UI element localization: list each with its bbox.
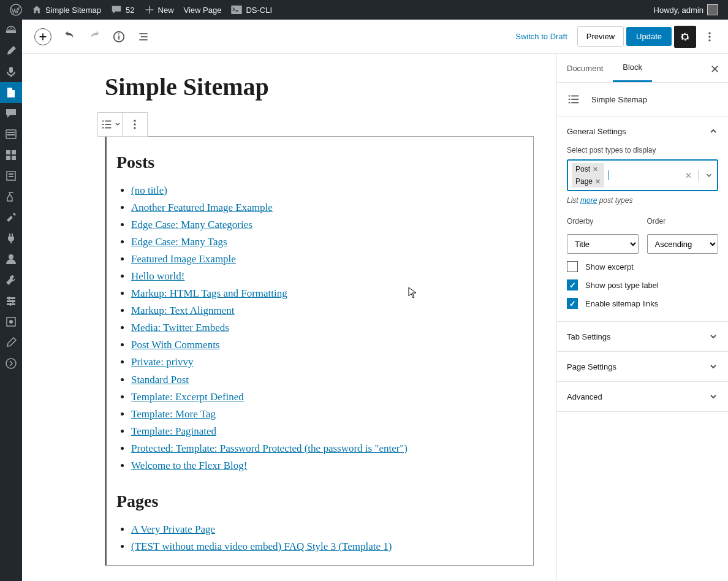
sitemap-link[interactable]: Edge Case: Many Categories: [131, 219, 252, 230]
list-item: Edge Case: Many Tags: [131, 234, 521, 251]
sitemap-link[interactable]: Markup: Text Alignment: [131, 305, 234, 316]
sitemap-link[interactable]: Protected: Template: Password Protected …: [131, 442, 408, 454]
svg-rect-37: [105, 127, 111, 129]
sitemap-link[interactable]: Another Featured Image Example: [131, 202, 273, 213]
svg-rect-14: [7, 297, 15, 299]
clear-icon[interactable]: ✕: [685, 171, 692, 180]
menu-item-1[interactable]: [0, 124, 22, 145]
list-item: Welcome to the Flexr Blog!: [131, 457, 521, 474]
outline-button[interactable]: [132, 26, 154, 48]
menu-plugins[interactable]: [0, 228, 22, 249]
ds-cli-link[interactable]: DS-CLI: [226, 0, 277, 20]
sitemap-link[interactable]: (TEST without media video embed) FAQ Sty…: [131, 541, 392, 552]
sitemap-link[interactable]: Post With Comments: [131, 339, 219, 351]
menu-tools[interactable]: [0, 270, 22, 290]
panel-header-page-settings[interactable]: Page Settings: [557, 352, 728, 381]
panel-header-advanced[interactable]: Advanced: [557, 382, 728, 411]
add-block-button[interactable]: [34, 28, 51, 45]
new-link[interactable]: New: [140, 0, 179, 20]
remove-tag-icon[interactable]: ✕: [595, 178, 601, 186]
block-more-button[interactable]: [123, 113, 147, 136]
svg-rect-1: [232, 6, 243, 14]
sitemap-link[interactable]: Media: Twitter Embeds: [131, 322, 229, 333]
menu-media[interactable]: [0, 61, 22, 82]
menu-users[interactable]: [0, 249, 22, 270]
close-sidebar-button[interactable]: ✕: [705, 60, 724, 78]
redo-button[interactable]: [83, 26, 105, 48]
list-item: Protected: Template: Password Protected …: [131, 440, 521, 457]
svg-rect-18: [12, 300, 13, 303]
sidebar-tabs: Document Block ✕: [557, 54, 728, 83]
block-type-button[interactable]: [98, 113, 123, 136]
svg-rect-2: [6, 31, 16, 33]
menu-posts[interactable]: [0, 40, 22, 61]
update-button[interactable]: Update: [626, 27, 672, 46]
svg-rect-34: [102, 124, 104, 125]
menu-settings[interactable]: [0, 290, 22, 311]
menu-item-4[interactable]: [0, 186, 22, 207]
svg-rect-26: [139, 33, 147, 34]
svg-point-13: [9, 254, 13, 259]
chevron-down-icon[interactable]: [705, 171, 713, 180]
undo-button[interactable]: [59, 26, 81, 48]
sitemap-link[interactable]: Template: Paginated: [131, 425, 216, 437]
list-item: Featured Image Example: [131, 251, 521, 268]
sitemap-link[interactable]: Standard Post: [131, 374, 189, 385]
svg-point-21: [9, 320, 13, 324]
svg-rect-36: [102, 127, 104, 129]
sitemap-link[interactable]: Welcome to the Flexr Blog!: [131, 460, 247, 471]
menu-appearance[interactable]: [0, 207, 22, 228]
remove-tag-icon[interactable]: ✕: [593, 165, 598, 173]
list-item: Markup: Text Alignment: [131, 302, 521, 319]
settings-toggle-button[interactable]: [674, 26, 696, 48]
site-name[interactable]: Simple Sitemap: [27, 0, 106, 20]
menu-item-2[interactable]: [0, 145, 22, 165]
more-options-button[interactable]: [699, 26, 721, 48]
sitemap-link[interactable]: Template: More Tag: [131, 408, 216, 420]
order-select[interactable]: Ascending: [647, 234, 719, 254]
panel-page-settings: Page Settings: [557, 352, 728, 382]
view-page-link[interactable]: View Page: [179, 0, 227, 20]
show-excerpt-checkbox[interactable]: Show excerpt: [567, 261, 718, 272]
site-name-text: Simple Sitemap: [45, 6, 101, 15]
editor-content-area[interactable]: Simple Sitemap Posts (no title)Another F…: [22, 54, 556, 581]
howdy-user[interactable]: Howdy, admin: [649, 0, 723, 20]
menu-dashboard[interactable]: [0, 20, 22, 40]
tab-block[interactable]: Block: [613, 54, 652, 82]
sitemap-block[interactable]: Posts (no title)Another Featured Image E…: [105, 136, 534, 566]
sitemap-link[interactable]: Hello world!: [131, 270, 184, 282]
list-item: Media: Twitter Embeds: [131, 319, 521, 336]
svg-point-38: [134, 120, 135, 122]
sitemap-link[interactable]: Edge Case: Many Tags: [131, 236, 227, 248]
info-button[interactable]: [108, 26, 130, 48]
panel-header-tab-settings[interactable]: Tab Settings: [557, 322, 728, 351]
post-types-multiselect[interactable]: Post ✕ Page ✕ ✕: [567, 159, 718, 191]
list-item: Template: More Tag: [131, 406, 521, 423]
list-item: Post With Comments: [131, 336, 521, 354]
comments-link[interactable]: 52: [106, 0, 139, 20]
switch-to-draft-button[interactable]: Switch to Draft: [508, 27, 575, 46]
panel-header-general[interactable]: General Settings: [557, 116, 728, 146]
svg-point-29: [708, 32, 710, 34]
menu-item-3[interactable]: [0, 165, 22, 186]
more-link[interactable]: more: [580, 196, 597, 205]
preview-button[interactable]: Preview: [577, 26, 624, 47]
sitemap-link[interactable]: Template: Excerpt Defined: [131, 391, 244, 403]
sitemap-link[interactable]: (no title): [131, 184, 167, 196]
posts-heading: Posts: [116, 153, 521, 172]
enable-links-checkbox[interactable]: Enable sitemap links: [567, 298, 718, 309]
sitemap-link[interactable]: Featured Image Example: [131, 253, 236, 265]
wordpress-logo[interactable]: [5, 0, 27, 20]
menu-item-5[interactable]: [0, 311, 22, 332]
orderby-select[interactable]: Title: [567, 234, 639, 254]
sitemap-link[interactable]: Markup: HTML Tags and Formatting: [131, 287, 287, 299]
tab-document[interactable]: Document: [557, 54, 613, 82]
menu-item-6[interactable]: [0, 332, 22, 353]
show-label-checkbox[interactable]: Show post type label: [567, 279, 718, 290]
sitemap-link[interactable]: Private: privvy: [131, 356, 194, 368]
menu-comments[interactable]: [0, 103, 22, 124]
sitemap-link[interactable]: A Very Private Page: [131, 523, 215, 535]
page-title[interactable]: Simple Sitemap: [105, 72, 534, 101]
menu-pages[interactable]: [0, 82, 22, 103]
menu-collapse[interactable]: [0, 353, 22, 374]
